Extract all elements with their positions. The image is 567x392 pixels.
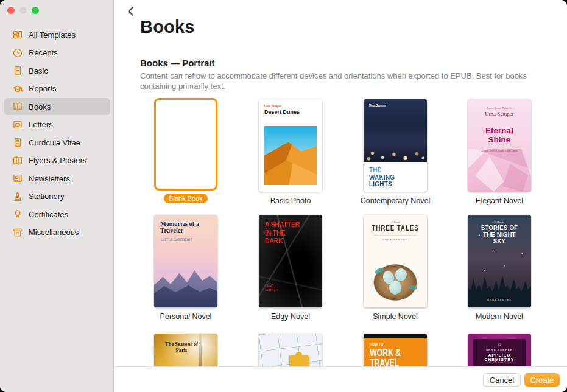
template-label: Basic Photo: [270, 197, 311, 205]
template-label: Contemporary Novel: [361, 197, 431, 205]
cover-kicker: A Novel: [468, 220, 531, 223]
cover-author: URNA SEMPER: [265, 284, 284, 292]
cover-kicker: HOW TO:: [370, 342, 384, 346]
contemporary-novel-cover[interactable]: Urna Semper THE WAKING LIGHTS: [364, 99, 427, 192]
blank-book-cover[interactable]: [154, 98, 217, 191]
basic-photo-cover[interactable]: Urna Semper Desert Dunes: [259, 99, 322, 192]
sidebar-item-label: Reports: [29, 84, 57, 93]
all-templates-icon: [12, 29, 23, 40]
cover-title: The Seasons of Paris: [163, 341, 200, 353]
sidebar-item-reports[interactable]: Reports: [4, 80, 110, 97]
sidebar-item-stationery[interactable]: Stationery: [4, 188, 110, 205]
minimize-window-button[interactable]: [19, 7, 27, 14]
cover-title: THE WAKING LIGHTS: [369, 166, 395, 187]
cover-author: Urna Semper: [369, 104, 386, 107]
cover-author: URNA SEMPER: [473, 348, 526, 351]
template-label: Edgy Novel: [271, 312, 310, 321]
back-button[interactable]: [124, 5, 136, 17]
elegant-novel-cover[interactable]: Lorem Ipsum Dolor Sit Urna Semper Eterna…: [468, 99, 531, 192]
city-night-photo: [364, 99, 427, 162]
flyers-posters-icon: [12, 155, 23, 166]
cover-kicker: Lorem Ipsum Dolor Sit: [468, 107, 531, 110]
section-description: Content can reflow to accommodate differ…: [140, 71, 547, 91]
sidebar-item-all-templates[interactable]: All Templates: [4, 26, 110, 43]
sidebar-item-basic[interactable]: Basic: [4, 62, 110, 79]
sidebar-item-label: Certificates: [29, 210, 68, 219]
sidebar-item-label: Newsletters: [29, 174, 70, 183]
chevron-left-icon: [127, 6, 134, 16]
window-controls: [7, 7, 39, 14]
cancel-button[interactable]: Cancel: [483, 373, 521, 387]
curricula-vitae-icon: [12, 137, 23, 148]
cover-author: Urna Semper: [264, 105, 281, 108]
template-label: Modern Novel: [476, 312, 523, 321]
template-chooser-window: All Templates Recents Basic Reports Book…: [0, 0, 567, 392]
sidebar-item-miscellaneous[interactable]: Miscellaneous: [4, 224, 110, 241]
sidebar-item-label: Flyers & Posters: [29, 156, 86, 165]
template-modern-novel[interactable]: A Novel STORIES OF THE NIGHT SKY URNA SE…: [457, 215, 542, 321]
blank-book-badge: Blank Book: [164, 194, 208, 203]
zoom-window-button[interactable]: [32, 7, 39, 14]
template-simple-novel[interactable]: A Novel THREE TALES URNA SEMPER Simple N…: [353, 215, 438, 321]
recents-icon: [12, 47, 23, 58]
sidebar-item-books[interactable]: Books: [4, 98, 110, 115]
sidebar-item-label: Books: [29, 102, 51, 111]
cover-subtitle: Donec Arcu et Risus Diam Amet: [468, 149, 531, 152]
sidebar-item-certificates[interactable]: Certificates: [4, 206, 110, 223]
personal-novel-cover[interactable]: Memories of a Traveler Urna Semper: [154, 215, 217, 307]
sidebar: All Templates Recents Basic Reports Book…: [0, 0, 114, 392]
sidebar-item-label: Recents: [29, 48, 58, 57]
basic-icon: [12, 65, 23, 76]
cover-title: APPLIED CHEMISTRY: [473, 353, 526, 362]
cover-edition: FIRST EDITION: [473, 361, 526, 363]
footer-bar: Cancel Create: [114, 366, 567, 392]
cover-title: Desert Dunes: [264, 109, 300, 115]
desert-dunes-photo: [264, 126, 317, 185]
section-title: Books — Portrait: [140, 58, 215, 68]
sidebar-item-flyers-posters[interactable]: Flyers & Posters: [4, 152, 110, 169]
yellow-puzzle-piece: [289, 355, 309, 368]
sidebar-item-curricula-vitae[interactable]: Curricula Vitae: [4, 134, 110, 151]
newsletters-icon: [12, 173, 23, 184]
sidebar-item-label: Basic: [29, 66, 48, 75]
cover-title: THREE TALES: [364, 224, 427, 233]
sidebar-item-letters[interactable]: Letters: [4, 116, 110, 133]
template-category-list: All Templates Recents Basic Reports Book…: [4, 26, 110, 242]
cover-title: STORIES OF THE NIGHT SKY: [479, 225, 519, 245]
simple-novel-cover[interactable]: A Novel THREE TALES URNA SEMPER: [364, 215, 427, 307]
template-label: Simple Novel: [373, 312, 418, 321]
modern-novel-cover[interactable]: A Novel STORIES OF THE NIGHT SKY URNA SE…: [468, 215, 531, 307]
create-button[interactable]: Create: [524, 373, 560, 387]
template-basic-photo[interactable]: Urna Semper Desert Dunes Basic Photo: [248, 99, 333, 205]
sidebar-item-recents[interactable]: Recents: [4, 44, 110, 61]
close-window-button[interactable]: [7, 7, 15, 14]
template-label: Elegant Novel: [476, 197, 523, 205]
letters-icon: [12, 119, 23, 130]
sidebar-item-newsletters[interactable]: Newsletters: [4, 170, 110, 187]
cover-title: Memories of a Traveler: [160, 220, 203, 234]
template-edgy-novel[interactable]: A SHATTER IN THE DARK URNA SEMPER Edgy N…: [248, 215, 333, 321]
cover-title: Eternal Shine: [468, 127, 531, 144]
sidebar-item-label: Curricula Vitae: [29, 138, 80, 147]
template-personal-novel[interactable]: Memories of a Traveler Urna Semper Perso…: [143, 215, 228, 321]
page-title: Books: [140, 17, 195, 37]
cover-kicker: A Novel: [364, 220, 427, 223]
template-blank-book[interactable]: Blank Book: [143, 98, 228, 203]
template-contemporary-novel[interactable]: Urna Semper THE WAKING LIGHTS Contempora…: [353, 99, 438, 205]
cover-title: A SHATTER IN THE DARK: [265, 220, 301, 245]
sidebar-item-label: Letters: [29, 120, 53, 129]
sidebar-item-label: Stationery: [29, 192, 65, 201]
template-elegant-novel[interactable]: Lorem Ipsum Dolor Sit Urna Semper Eterna…: [457, 99, 542, 205]
reports-icon: [12, 83, 23, 94]
template-gallery: Books Books — Portrait Content can reflo…: [114, 0, 567, 392]
cover-author: Urna Semper: [160, 236, 194, 243]
cover-title: WORK & TRAVEL: [370, 348, 401, 369]
cover-author: URNA SEMPER: [468, 298, 531, 301]
molecule-icon: ⌬: [473, 342, 526, 346]
certificates-icon: [12, 209, 23, 220]
sidebar-item-label: All Templates: [29, 30, 76, 40]
cover-author: URNA SEMPER: [364, 238, 427, 241]
edgy-novel-cover[interactable]: A SHATTER IN THE DARK URNA SEMPER: [259, 215, 322, 307]
miscellaneous-icon: [12, 227, 23, 238]
stationery-icon: [12, 191, 23, 202]
